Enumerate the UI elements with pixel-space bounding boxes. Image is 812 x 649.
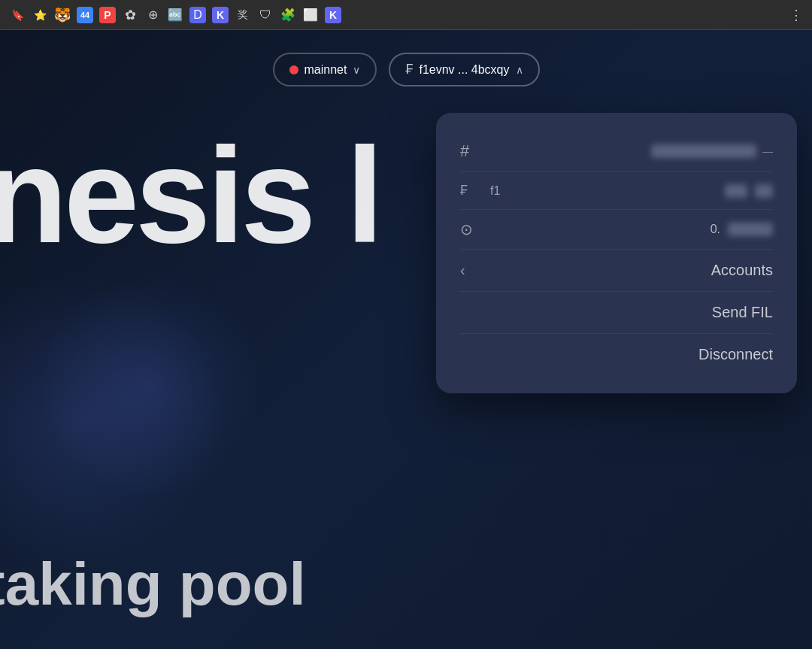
wallet-address-label: f1evnv ... 4bcxqy bbox=[419, 63, 509, 77]
network-label: mainnet bbox=[304, 63, 347, 77]
main-content-area: nesis l taking pool mainnet ∨ ₣ f1evnv .… bbox=[0, 30, 812, 649]
fil-blur-2 bbox=[755, 184, 773, 198]
wallet-dropdown-panel: # — ₣ f1 ⊙ 0. ‹ Accounts bbox=[436, 113, 797, 393]
balance-value: 0. bbox=[710, 223, 773, 236]
fil-currency-icon: ₣ bbox=[405, 62, 413, 77]
dropdown-balance-row: ⊙ 0. bbox=[460, 210, 773, 250]
p-extension-icon[interactable]: P bbox=[99, 7, 116, 23]
puzzle-icon[interactable]: 🧩 bbox=[280, 7, 296, 23]
kanji-icon[interactable]: 奖 bbox=[235, 7, 251, 23]
discord-icon[interactable]: D bbox=[189, 7, 206, 23]
k-extension-icon[interactable]: K bbox=[212, 7, 229, 23]
address-blur-block bbox=[651, 144, 756, 158]
balance-prefix: 0. bbox=[710, 223, 720, 236]
translate-icon[interactable]: 🔤 bbox=[167, 7, 183, 23]
browser-chrome-bar: 🔖 ⭐ 🐯 44 P ✿ ⊕ 🔤 D K 奖 🛡 🧩 ⬜ K ⋮ bbox=[0, 0, 812, 30]
balance-blur bbox=[728, 223, 773, 236]
fil-row-icon: ₣ bbox=[460, 183, 490, 199]
send-fil-label: Send FIL bbox=[712, 304, 773, 321]
fil-address-value bbox=[725, 184, 773, 198]
accounts-chevron-icon: ‹ bbox=[460, 262, 490, 279]
badge-44-icon[interactable]: 44 bbox=[77, 7, 93, 23]
globe-icon[interactable]: ⊕ bbox=[144, 7, 161, 23]
star-icon[interactable]: ⭐ bbox=[32, 7, 48, 23]
background-decoration-2 bbox=[38, 273, 263, 499]
disconnect-menu-item[interactable]: Disconnect bbox=[460, 334, 773, 375]
wallet-address-button[interactable]: ₣ f1evnv ... 4bcxqy ∧ bbox=[389, 53, 539, 86]
more-options-icon[interactable]: ⋮ bbox=[789, 7, 803, 23]
hash-value: — bbox=[651, 144, 773, 158]
dropdown-fil-row: ₣ f1 bbox=[460, 172, 773, 210]
tiger-icon[interactable]: 🐯 bbox=[54, 7, 71, 23]
network-chevron-icon: ∨ bbox=[353, 64, 360, 76]
shield-icon[interactable]: 🛡 bbox=[257, 7, 274, 23]
fil-blur-1 bbox=[725, 184, 747, 198]
hash-icon: # bbox=[460, 141, 490, 161]
balance-icon: ⊙ bbox=[460, 220, 490, 238]
accounts-menu-item[interactable]: ‹ Accounts bbox=[460, 250, 773, 292]
flower-icon[interactable]: ✿ bbox=[122, 7, 138, 23]
background-text-sub: taking pool bbox=[0, 550, 306, 619]
window-icon[interactable]: ⬜ bbox=[302, 7, 319, 23]
network-status-dot bbox=[289, 65, 298, 74]
k2-extension-icon[interactable]: K bbox=[325, 7, 341, 23]
header-controls: mainnet ∨ ₣ f1evnv ... 4bcxqy ∧ bbox=[0, 53, 812, 86]
wallet-chevron-icon: ∧ bbox=[516, 64, 523, 76]
dropdown-hash-row: # — bbox=[460, 131, 773, 172]
network-selector-button[interactable]: mainnet ∨ bbox=[273, 53, 377, 86]
accounts-label: Accounts bbox=[711, 262, 773, 279]
background-text-main: nesis l bbox=[0, 128, 380, 263]
bookmark-icon[interactable]: 🔖 bbox=[9, 7, 26, 23]
fil-label: f1 bbox=[490, 184, 500, 198]
disconnect-label: Disconnect bbox=[698, 346, 773, 363]
send-fil-menu-item[interactable]: Send FIL bbox=[460, 292, 773, 334]
separator-icon: — bbox=[762, 145, 773, 157]
